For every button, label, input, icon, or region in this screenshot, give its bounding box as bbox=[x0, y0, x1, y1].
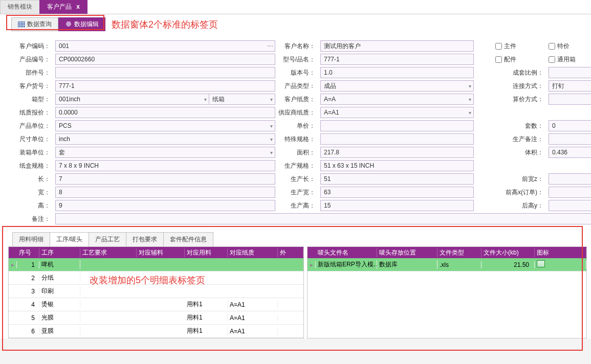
label-prod-spec: 生产规格： bbox=[278, 162, 317, 170]
chk-acc[interactable]: 配件 bbox=[495, 55, 545, 64]
detail-tab-kit[interactable]: 套件配件信息 bbox=[163, 232, 213, 246]
annotation-text-2: 改装增加的5个明细表标签页 bbox=[90, 274, 205, 286]
input-ver[interactable]: 1.0 bbox=[320, 67, 474, 78]
table-row[interactable]: 3印刷 bbox=[9, 285, 303, 298]
detail-tab-materials[interactable]: 用料明细 bbox=[12, 232, 50, 246]
input-unit-price[interactable] bbox=[320, 120, 474, 131]
label-box-type: 箱型： bbox=[19, 95, 52, 104]
input-set-ratio[interactable] bbox=[549, 67, 591, 78]
input-set-cnt[interactable]: 0 bbox=[549, 120, 591, 131]
label-set-cnt: 套数： bbox=[495, 122, 545, 130]
input-prod-type[interactable]: 成品 bbox=[320, 80, 474, 92]
label-cust-paper: 客户纸质： bbox=[278, 95, 317, 104]
input-front-z[interactable] bbox=[549, 173, 591, 185]
tab-sales-module[interactable]: 销售模块 bbox=[0, 0, 40, 14]
label-back-y: 后高y： bbox=[495, 201, 545, 210]
tab-customer-product[interactable]: 客户产品 x bbox=[39, 0, 87, 14]
tab-data-query[interactable]: 数据查询 bbox=[11, 17, 58, 31]
chk-special[interactable]: 特价 bbox=[549, 42, 591, 51]
label-cust-item: 客户货号： bbox=[19, 82, 52, 90]
input-carton-spec[interactable]: 7 x 8 x 9 INCH bbox=[55, 160, 275, 171]
input-box-type-a[interactable]: 001inch bbox=[55, 94, 209, 105]
label-conn-way: 连接方式： bbox=[495, 82, 545, 90]
detail-tab-craft[interactable]: 产品工艺 bbox=[89, 232, 126, 246]
chk-generic[interactable]: 通用箱 bbox=[549, 55, 591, 64]
chk-main[interactable]: 主件 bbox=[495, 42, 545, 51]
label-plen: 生产长： bbox=[278, 175, 317, 184]
label-remark: 备注： bbox=[19, 215, 52, 223]
input-wid[interactable]: 8 bbox=[55, 187, 275, 198]
table-row[interactable]: 6亚膜用料1A=A1 bbox=[9, 325, 303, 338]
input-sup-paper[interactable]: A=A1 bbox=[320, 107, 474, 118]
label-prod-code: 产品编号： bbox=[19, 55, 52, 64]
label-volume: 体积： bbox=[495, 148, 545, 157]
table-row[interactable]: ▸1啤机 bbox=[9, 258, 303, 271]
form-panel: 客户编码： 001 客户名称： 测试用的客户 主件 特价 产品编号： CP000… bbox=[0, 31, 591, 230]
label-size-unit: 尺寸单位： bbox=[19, 135, 52, 144]
label-carton-spec: 纸盒规格： bbox=[19, 162, 52, 170]
input-prod-spec[interactable]: 51 x 63 x 15 INCH bbox=[320, 160, 474, 171]
detail-tab-process[interactable]: 工序/唛头 bbox=[50, 232, 89, 246]
input-phei[interactable]: 15 bbox=[320, 200, 474, 211]
input-pack-unit[interactable]: 套 bbox=[55, 147, 275, 158]
edit-icon bbox=[65, 21, 72, 28]
input-volume[interactable]: 0.436 bbox=[549, 147, 591, 158]
detail-tab-packing[interactable]: 打包要求 bbox=[126, 232, 164, 246]
label-prod-unit: 产品单位： bbox=[19, 122, 52, 130]
input-back-y[interactable] bbox=[549, 200, 591, 211]
input-paper-price[interactable]: 0.0000 bbox=[55, 107, 275, 118]
input-pwid[interactable]: 63 bbox=[320, 187, 474, 198]
input-cust-paper[interactable]: A=A bbox=[320, 94, 474, 105]
tab-label: 客户产品 bbox=[47, 3, 72, 10]
close-icon[interactable]: x bbox=[76, 3, 80, 10]
label-pack-unit: 装箱单位： bbox=[19, 148, 52, 157]
label-spec: 特殊规格： bbox=[278, 135, 317, 144]
input-area[interactable]: 217.8 bbox=[320, 147, 474, 158]
input-cust-name[interactable]: 测试用的客户 bbox=[320, 40, 474, 52]
input-size-unit[interactable]: inch bbox=[55, 133, 275, 145]
table-row[interactable]: 5光膜用料1A=A1 bbox=[9, 311, 303, 325]
input-spec[interactable] bbox=[320, 133, 474, 145]
label-part-no: 部件号： bbox=[19, 69, 52, 77]
tab-data-edit[interactable]: 数据编辑 bbox=[58, 17, 105, 31]
label-area: 面积： bbox=[278, 148, 317, 157]
input-conn-way[interactable]: 打钉 bbox=[549, 80, 591, 92]
tab-label: 数据查询 bbox=[27, 20, 52, 29]
grid-icon bbox=[18, 21, 25, 28]
input-prod-unit[interactable]: PCS bbox=[55, 120, 275, 131]
input-cust-code[interactable]: 001 bbox=[55, 40, 275, 52]
label-phei: 生产高： bbox=[278, 201, 317, 210]
input-prod-memo[interactable] bbox=[549, 133, 591, 145]
table-row[interactable]: 4烫银用料1A=A1 bbox=[9, 298, 303, 311]
process-grid[interactable]: 序号 工序 工艺要求 对应辅料 对应用料 对应纸质 外 ▸1啤机2分纸3印刷4烫… bbox=[8, 246, 304, 338]
label-paper-price: 纸质报价： bbox=[19, 108, 52, 117]
label-ver: 版本号： bbox=[278, 69, 317, 77]
input-remark[interactable] bbox=[55, 213, 591, 224]
input-hei[interactable]: 9 bbox=[55, 200, 275, 211]
input-front-x[interactable] bbox=[549, 187, 591, 198]
label-cust-code: 客户编码： bbox=[19, 42, 52, 51]
input-box-type-b[interactable]: 纸箱 bbox=[209, 94, 275, 105]
input-prod-code[interactable]: CP00002660 bbox=[55, 54, 275, 65]
tab-label: 数据编辑 bbox=[74, 20, 99, 29]
input-part-no[interactable] bbox=[55, 67, 275, 78]
label-model: 型号/品名： bbox=[278, 55, 317, 64]
grid-header: 序号 工序 工艺要求 对应辅料 对应用料 对应纸质 外 bbox=[9, 247, 303, 258]
label-sup-paper: 供应商纸质： bbox=[278, 108, 317, 117]
input-plen[interactable]: 51 bbox=[320, 173, 474, 185]
input-cust-item[interactable]: 777-1 bbox=[55, 80, 275, 92]
label-prod-type: 产品类型： bbox=[278, 82, 317, 90]
mark-file-grid[interactable]: 唛头文件名 唛头存放位置 文件类型 文件大小(kb) 图标 ▸新版纸箱ERP导入… bbox=[307, 246, 587, 338]
input-model[interactable]: 777-1 bbox=[320, 54, 474, 65]
annotation-text-1: 数据窗体2个标准的标签页 bbox=[112, 18, 218, 31]
label-prod-memo: 生产备注： bbox=[495, 135, 545, 144]
label-set-ratio: 成套比例： bbox=[495, 69, 545, 77]
table-row[interactable]: ▸新版纸箱ERP导入模…数据库.xls21.50 bbox=[308, 258, 586, 271]
input-calc-way[interactable] bbox=[549, 94, 591, 105]
label-wid: 宽： bbox=[19, 188, 52, 197]
label-calc-way: 算价方式： bbox=[495, 95, 545, 104]
label-pwid: 生产宽： bbox=[278, 188, 317, 197]
label-front-x: 前高x(订单)： bbox=[495, 188, 545, 197]
detail-grids: 序号 工序 工艺要求 对应辅料 对应用料 对应纸质 外 ▸1啤机2分纸3印刷4烫… bbox=[0, 246, 591, 338]
input-len[interactable]: 7 bbox=[55, 173, 275, 185]
